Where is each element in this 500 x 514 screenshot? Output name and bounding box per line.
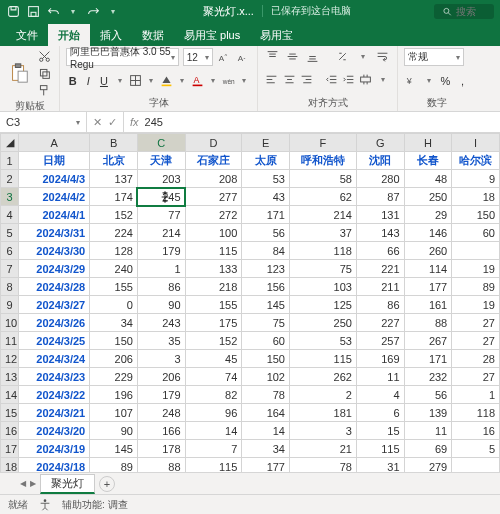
cell[interactable]: 6 (356, 404, 404, 422)
cell[interactable]: 1 (452, 386, 500, 404)
cell[interactable]: 118 (452, 404, 500, 422)
cell[interactable]: 86 (356, 296, 404, 314)
cell[interactable]: 169 (356, 350, 404, 368)
cell[interactable]: 139 (404, 404, 452, 422)
cell[interactable]: 203 (137, 170, 185, 188)
cell[interactable]: 146 (404, 224, 452, 242)
cell[interactable]: 272 (185, 206, 242, 224)
cell[interactable]: 114 (404, 260, 452, 278)
cell[interactable]: 11 (404, 422, 452, 440)
font-name-select[interactable]: 阿里巴巴普惠体 3.0 55 Regu▾ (66, 48, 179, 66)
cell[interactable]: 115 (289, 350, 356, 368)
bold-icon[interactable]: B (66, 73, 80, 89)
cell[interactable]: 69 (404, 440, 452, 458)
cell[interactable]: 14 (185, 422, 242, 440)
cell[interactable]: 2024/4/2 (19, 188, 90, 206)
cell[interactable]: 2024/3/19 (19, 440, 90, 458)
redo-icon[interactable] (86, 4, 100, 18)
cell[interactable]: 60 (452, 224, 500, 242)
cell[interactable]: 2024/3/27 (19, 296, 90, 314)
cell[interactable]: 35 (137, 332, 185, 350)
cell[interactable]: 37 (289, 224, 356, 242)
cell[interactable]: 11 (356, 368, 404, 386)
border-dropdown[interactable]: ▾ (144, 73, 158, 89)
cell[interactable]: 245 (137, 188, 185, 206)
cell[interactable]: 84 (242, 242, 290, 260)
cell[interactable]: 107 (90, 404, 138, 422)
cell[interactable]: 哈尔滨 (452, 152, 500, 170)
row-header[interactable]: 1 (1, 152, 19, 170)
cell[interactable]: 2024/3/22 (19, 386, 90, 404)
cut-icon[interactable] (35, 48, 53, 64)
tab-file[interactable]: 文件 (6, 24, 48, 46)
cell[interactable]: 34 (90, 314, 138, 332)
cell[interactable]: 19 (452, 260, 500, 278)
cell[interactable]: 19 (452, 296, 500, 314)
cell[interactable]: 221 (356, 260, 404, 278)
number-format-select[interactable]: 常规▾ (404, 48, 464, 66)
underline-dropdown[interactable]: ▾ (113, 73, 127, 89)
cell[interactable]: 48 (404, 170, 452, 188)
cell[interactable]: 2024/3/21 (19, 404, 90, 422)
cell[interactable]: 214 (289, 206, 356, 224)
cell[interactable]: 96 (185, 404, 242, 422)
cell[interactable]: 石家庄 (185, 152, 242, 170)
cell[interactable]: 2024/3/24 (19, 350, 90, 368)
cell[interactable]: 133 (185, 260, 242, 278)
cell[interactable]: 沈阳 (356, 152, 404, 170)
col-B[interactable]: B (90, 134, 138, 152)
cell[interactable] (452, 242, 500, 260)
cell[interactable]: 0 (90, 296, 138, 314)
cell[interactable]: 60 (242, 332, 290, 350)
cell[interactable]: 2024/3/29 (19, 260, 90, 278)
align-right-icon[interactable] (299, 72, 314, 88)
cancel-formula-icon[interactable]: ✕ (93, 116, 102, 129)
cell[interactable]: 89 (452, 278, 500, 296)
select-all[interactable]: ◢ (1, 134, 19, 152)
cell[interactable]: 56 (404, 386, 452, 404)
cell[interactable]: 243 (137, 314, 185, 332)
cell[interactable]: 90 (90, 422, 138, 440)
cell[interactable]: 279 (404, 458, 452, 473)
phonetic-icon[interactable]: wén (222, 73, 236, 89)
col-D[interactable]: D (185, 134, 242, 152)
row-header[interactable]: 2 (1, 170, 19, 188)
tab-insert[interactable]: 插入 (90, 24, 132, 46)
cell[interactable]: 3 (137, 350, 185, 368)
cell[interactable]: 89 (90, 458, 138, 473)
cell[interactable]: 155 (185, 296, 242, 314)
tab-data[interactable]: 数据 (132, 24, 174, 46)
orientation-dropdown[interactable]: ▾ (354, 48, 370, 64)
cell[interactable]: 218 (185, 278, 242, 296)
cell[interactable]: 27 (452, 332, 500, 350)
cell[interactable]: 196 (90, 386, 138, 404)
cell[interactable]: 260 (404, 242, 452, 260)
cell[interactable]: 2024/3/30 (19, 242, 90, 260)
cell[interactable]: 152 (90, 206, 138, 224)
cell[interactable]: 27 (452, 314, 500, 332)
font-size-select[interactable]: 12▾ (183, 48, 213, 66)
cell[interactable]: 87 (356, 188, 404, 206)
cell[interactable]: 2024/4/1 (19, 206, 90, 224)
col-E[interactable]: E (242, 134, 290, 152)
cell[interactable]: 240 (90, 260, 138, 278)
cell[interactable]: 123 (242, 260, 290, 278)
increase-indent-icon[interactable] (341, 72, 356, 88)
cell[interactable]: 16 (452, 422, 500, 440)
cell[interactable]: 62 (289, 188, 356, 206)
row-header[interactable]: 8 (1, 278, 19, 296)
formula-bar[interactable]: fx 245 (124, 112, 500, 132)
sheet-nav-next[interactable]: ▶ (30, 479, 36, 488)
row-header[interactable]: 17 (1, 440, 19, 458)
cell[interactable]: 166 (137, 422, 185, 440)
cell[interactable]: 161 (404, 296, 452, 314)
cell[interactable]: 7 (185, 440, 242, 458)
fx-icon[interactable]: fx (130, 116, 139, 128)
italic-icon[interactable]: I (82, 73, 96, 89)
cell[interactable]: 115 (356, 440, 404, 458)
col-H[interactable]: H (404, 134, 452, 152)
cell[interactable]: 2024/3/31 (19, 224, 90, 242)
row-header[interactable]: 16 (1, 422, 19, 440)
cell[interactable]: 56 (242, 224, 290, 242)
row-header[interactable]: 12 (1, 350, 19, 368)
